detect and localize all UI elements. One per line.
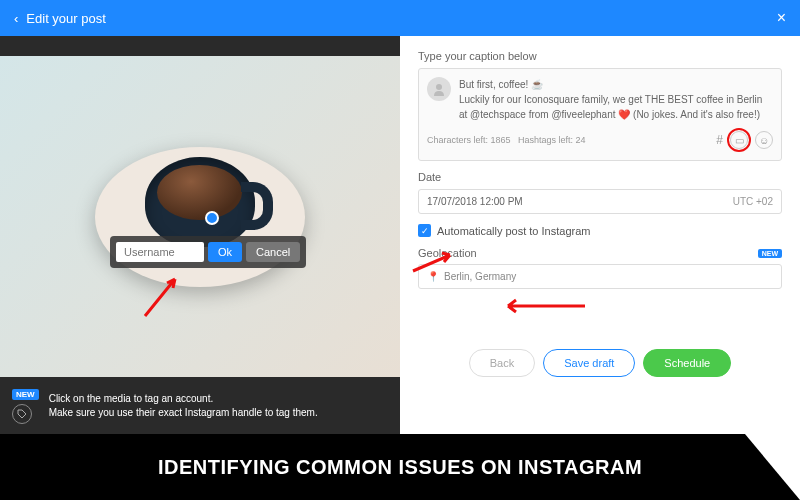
chars-left: Characters left: 1865 [427,135,511,145]
checkbox-icon: ✓ [418,224,431,237]
date-value: 17/07/2018 12:00 PM [427,196,523,207]
cancel-button[interactable]: Cancel [246,242,300,262]
auto-post-label: Automatically post to Instagram [437,225,590,237]
form-panel: Type your caption below But first, coffe… [400,36,800,434]
ok-button[interactable]: Ok [208,242,242,262]
tag-popup: Ok Cancel [110,236,306,268]
annotation-arrow-icon [500,297,590,315]
new-badge: NEW [12,389,39,400]
geo-input[interactable]: 📍 Berlin, Germany [418,264,782,289]
hint-line2: Make sure you use their exact Instagram … [49,406,318,420]
banner-text: IDENTIFYING COMMON ISSUES ON INSTAGRAM [158,456,642,479]
date-input[interactable]: 17/07/2018 12:00 PM UTC +02 [418,189,782,214]
back-icon[interactable]: ‹ [14,11,18,26]
caption-box[interactable]: But first, coffee! ☕ Luckily for our Ico… [418,68,782,161]
media-panel: Ok Cancel NEW Click on the media to tag … [0,36,400,434]
auto-post-checkbox[interactable]: ✓ Automatically post to Instagram [418,224,782,237]
svg-point-0 [436,84,442,90]
utc-value: UTC +02 [733,196,773,207]
username-input[interactable] [116,242,204,262]
geo-new-badge: NEW [758,249,782,258]
banner: IDENTIFYING COMMON ISSUES ON INSTAGRAM [0,434,800,500]
caption-label: Type your caption below [418,50,782,62]
schedule-button[interactable]: Schedule [643,349,731,377]
date-label: Date [418,171,782,183]
modal-header: ‹ Edit your post × [0,0,800,36]
caption-text[interactable]: But first, coffee! ☕ Luckily for our Ico… [459,77,773,122]
header-title: Edit your post [26,11,106,26]
back-button[interactable]: Back [469,349,535,377]
media-preview[interactable]: Ok Cancel [0,56,400,377]
avatar-icon [427,77,451,101]
hashtag-icon[interactable]: # [716,133,723,147]
annotation-arrow-icon [408,249,458,279]
hint-bar: NEW Click on the media to tag an account… [0,377,400,434]
save-draft-button[interactable]: Save draft [543,349,635,377]
tag-marker-icon[interactable] [205,211,219,225]
emoji-icon[interactable]: ☺ [755,131,773,149]
tag-icon [12,404,32,424]
annotation-arrow-icon [140,271,190,321]
hashtags-left: Hashtags left: 24 [518,135,586,145]
hint-line1: Click on the media to tag an account. [49,392,318,406]
close-icon[interactable]: × [777,9,786,27]
comment-icon[interactable]: ▭ [730,131,748,149]
